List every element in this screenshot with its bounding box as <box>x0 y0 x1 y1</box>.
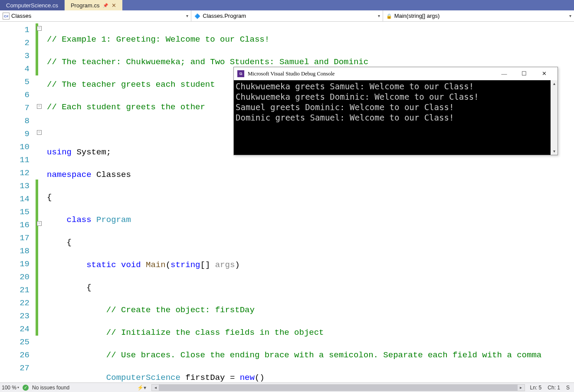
code-line: { <box>47 191 574 204</box>
code-line: ComputerScience firstDay = new() <box>47 371 574 382</box>
debug-console-window[interactable]: ⧉ Microsoft Visual Studio Debug Console … <box>233 67 558 155</box>
col-indicator: Ch: 1 <box>548 385 560 391</box>
code-line: // Example 1: Greeting: Welcome to our C… <box>47 35 269 44</box>
fold-toggle[interactable]: − <box>37 26 42 31</box>
fold-toggle[interactable]: − <box>37 104 42 109</box>
horizontal-scrollbar[interactable]: ◂ ▸ <box>151 384 525 391</box>
selection-indicator: S <box>566 385 570 391</box>
scroll-right-icon[interactable]: ▸ <box>518 385 525 390</box>
method-icon: 🔒 <box>386 13 393 20</box>
line-numbers: 1234567891011121314151617181920212223242… <box>0 22 36 382</box>
nav-bar: C# Classes ▾ 🔷 Classes.Program ▾ 🔒 Main(… <box>0 10 574 22</box>
issues-label: No issues found <box>32 385 69 391</box>
console-title: Microsoft Visual Studio Debug Console <box>248 71 335 77</box>
tab-computerscience[interactable]: ComputerScience.cs <box>0 0 65 10</box>
code-line: { <box>47 236 574 249</box>
scroll-down-icon[interactable]: ▾ <box>551 148 558 155</box>
code-line: // Create the object: firstDay <box>47 304 574 317</box>
ok-icon: ✓ <box>23 385 29 391</box>
nav-method-label: Main(string[] args) <box>394 13 440 19</box>
tab-bar: ComputerScience.cs Program.cs 📌 ✕ <box>0 0 574 10</box>
chevron-down-icon: ▾ <box>17 385 19 389</box>
fold-column: − − − − <box>36 22 47 382</box>
code-line: // Initialize the class fields in the ob… <box>47 326 574 339</box>
close-button[interactable]: ✕ <box>534 67 554 80</box>
maximize-button[interactable]: ☐ <box>514 67 534 80</box>
fold-toggle[interactable]: − <box>37 221 42 226</box>
tab-label: Program.cs <box>71 2 99 9</box>
chevron-down-icon: ▾ <box>569 13 571 18</box>
class-icon: 🔷 <box>194 13 201 20</box>
code-line: // Each student greets the other <box>47 102 205 112</box>
status-bar: 100 % ▾ ✓ No issues found ⚡▾ ◂ ▸ Ln: 5 C… <box>0 382 574 392</box>
code-line: // Use braces. Close the ending brace wi… <box>47 349 574 362</box>
scroll-up-icon[interactable]: ▴ <box>551 80 558 87</box>
csharp-icon: C# <box>3 13 10 20</box>
nav-method[interactable]: 🔒 Main(string[] args) ▾ <box>383 10 574 21</box>
code-line: // The teacher greets each student <box>47 80 215 89</box>
nav-class[interactable]: 🔷 Classes.Program ▾ <box>191 10 383 21</box>
console-output: Chukwuemeka greets Samuel: Welcome to ou… <box>234 80 551 155</box>
tab-label: ComputerScience.cs <box>6 2 58 9</box>
change-marker <box>36 180 38 336</box>
close-icon[interactable]: ✕ <box>112 2 116 9</box>
line-indicator: Ln: 5 <box>530 385 542 391</box>
console-titlebar[interactable]: ⧉ Microsoft Visual Studio Debug Console … <box>234 67 558 80</box>
zoom-dropdown[interactable]: 100 % ▾ <box>2 385 19 391</box>
fold-toggle[interactable]: − <box>37 130 42 135</box>
change-marker <box>36 23 38 75</box>
lightning-icon[interactable]: ⚡▾ <box>137 385 146 391</box>
code-line: // The teacher: Chukwuemeka; and Two Stu… <box>47 57 368 67</box>
code-line: static void Main(string[] args) <box>47 258 574 271</box>
minimize-button[interactable]: — <box>494 67 514 80</box>
scroll-thumb[interactable] <box>159 385 518 391</box>
code-line: namespace Classes <box>47 168 574 181</box>
console-scrollbar[interactable]: ▴ ▾ <box>551 80 558 155</box>
scroll-left-icon[interactable]: ◂ <box>152 385 159 390</box>
tab-program[interactable]: Program.cs 📌 ✕ <box>65 0 122 10</box>
vs-icon: ⧉ <box>237 70 244 77</box>
code-line: { <box>47 281 574 294</box>
nav-class-label: Classes.Program <box>203 13 246 19</box>
zoom-value: 100 % <box>2 385 16 391</box>
chevron-down-icon: ▾ <box>186 13 188 18</box>
nav-scope[interactable]: C# Classes ▾ <box>0 10 191 21</box>
code-line: class Program <box>47 213 574 226</box>
nav-scope-label: Classes <box>11 13 31 19</box>
chevron-down-icon: ▾ <box>378 13 380 18</box>
pin-icon[interactable]: 📌 <box>103 3 108 8</box>
